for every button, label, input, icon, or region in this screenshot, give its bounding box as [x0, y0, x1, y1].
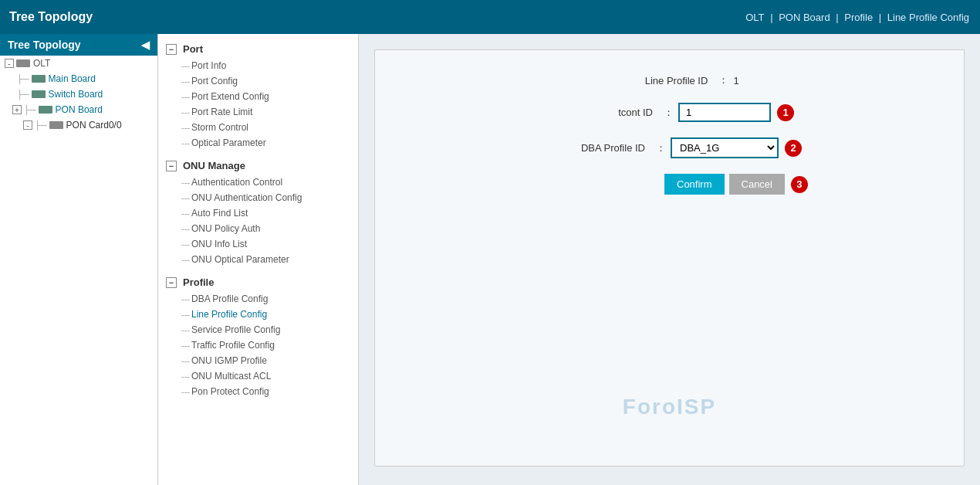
olt-label: OLT	[33, 58, 50, 69]
profile-section-label: Profile	[183, 276, 214, 288]
content-inner: Line Profile ID ： 1 tcont ID ： 1 DBA Pro…	[374, 49, 965, 466]
main-board-icon	[32, 75, 46, 83]
step3-badge: 3	[791, 176, 808, 193]
dba-profile-id-colon: ：	[656, 141, 666, 155]
pon-board-icon	[39, 106, 52, 114]
line-profile-id-row: Line Profile ID ： 1	[406, 73, 933, 87]
nav-sep2: |	[836, 12, 838, 23]
pon-board-expand-icon[interactable]: +	[12, 105, 22, 114]
content-area: Line Profile ID ： 1 tcont ID ： 1 DBA Pro…	[359, 34, 980, 485]
nav-olt[interactable]: OLT	[745, 12, 764, 23]
main-board-label[interactable]: Main Board	[49, 73, 96, 84]
dba-profile-id-label: DBA Profile ID	[537, 142, 645, 154]
form-buttons-row: ： Confirm Cancel 3	[406, 174, 933, 195]
watermark: ForoISP	[623, 395, 716, 419]
port-section-label: Port	[183, 43, 203, 55]
onu-manage-collapse-icon[interactable]: −	[166, 161, 177, 171]
pon-card-label: PON Card0/0	[66, 120, 122, 131]
sidebar-item-pon-board[interactable]: + ├─ PON Board	[0, 102, 157, 117]
nav-onu-info-list[interactable]: ONU Info List	[158, 236, 358, 252]
section-port[interactable]: − Port	[158, 40, 358, 58]
onu-manage-section-label: ONU Manage	[183, 160, 245, 171]
nav-service-profile-config[interactable]: Service Profile Config	[158, 322, 358, 337]
nav-panel: − Port Port Info Port Config Port Extend…	[158, 34, 359, 485]
nav-onu-multicast-acl[interactable]: ONU Multicast ACL	[158, 368, 358, 384]
tcont-id-input[interactable]	[678, 103, 771, 122]
pon-card-icon	[49, 121, 63, 129]
line-profile-id-colon: ：	[718, 73, 728, 87]
tcont-id-row: tcont ID ： 1	[406, 103, 933, 122]
nav-port-rate-limit[interactable]: Port Rate Limit	[158, 104, 358, 120]
sidebar-toggle-icon[interactable]: ◀	[141, 39, 150, 51]
header: Tree Topology OLT | PON Board | Profile …	[0, 0, 980, 34]
port-collapse-icon[interactable]: −	[166, 44, 177, 55]
page-title: Tree Topology	[9, 10, 93, 24]
step1-badge: 1	[777, 104, 794, 121]
tcont-id-label: tcont ID	[545, 107, 653, 118]
nav-port-info[interactable]: Port Info	[158, 58, 358, 73]
sidebar-item-main-board[interactable]: ├─ Main Board	[0, 71, 157, 86]
sidebar-header[interactable]: Tree Topology ◀	[0, 34, 157, 56]
nav-line-profile-config[interactable]: Line Profile Config	[158, 307, 358, 322]
switch-board-label[interactable]: Switch Board	[49, 89, 103, 100]
pon-card-expand-icon[interactable]: -	[23, 120, 32, 130]
step2-badge: 2	[785, 140, 802, 157]
nav-sep3: |	[879, 12, 881, 23]
line-profile-id-label: Line Profile ID	[600, 75, 708, 86]
nav-authentication-control[interactable]: Authentication Control	[158, 175, 358, 190]
nav-pon-protect-config[interactable]: Pon Protect Config	[158, 384, 358, 399]
pon-board-label[interactable]: PON Board	[56, 104, 103, 115]
olt-icon	[16, 59, 30, 67]
nav-sep1: |	[770, 12, 772, 23]
line-profile-id-value: 1	[733, 75, 738, 86]
tcont-id-colon: ：	[664, 106, 674, 120]
nav-auto-find-list[interactable]: Auto Find List	[158, 205, 358, 221]
nav-optical-parameter[interactable]: Optical Parameter	[158, 135, 358, 151]
switch-board-icon	[32, 90, 46, 98]
sidebar: Tree Topology ◀ - OLT ├─ Main Board ├─ S…	[0, 34, 158, 485]
sidebar-item-pon-card[interactable]: - ├─ PON Card0/0	[0, 117, 157, 133]
nav-onu-igmp-profile[interactable]: ONU IGMP Profile	[158, 353, 358, 368]
section-onu-manage[interactable]: − ONU Manage	[158, 157, 358, 175]
main-layout: Tree Topology ◀ - OLT ├─ Main Board ├─ S…	[0, 34, 980, 485]
sidebar-title: Tree Topology	[8, 39, 81, 51]
nav-pon-board[interactable]: PON Board	[779, 12, 830, 23]
nav-onu-optical-parameter[interactable]: ONU Optical Parameter	[158, 252, 358, 267]
sidebar-item-switch-board[interactable]: ├─ Switch Board	[0, 86, 157, 102]
nav-onu-policy-auth[interactable]: ONU Policy Auth	[158, 221, 358, 236]
section-profile[interactable]: − Profile	[158, 273, 358, 291]
profile-collapse-icon[interactable]: −	[166, 277, 177, 288]
nav-port-extend-config[interactable]: Port Extend Config	[158, 89, 358, 104]
nav-onu-auth-config[interactable]: ONU Authentication Config	[158, 190, 358, 205]
nav-line-profile-config[interactable]: Line Profile Config	[887, 12, 969, 23]
confirm-button[interactable]: Confirm	[664, 174, 725, 195]
nav-profile[interactable]: Profile	[844, 12, 873, 23]
nav-traffic-profile-config[interactable]: Traffic Profile Config	[158, 337, 358, 353]
dba-profile-id-select[interactable]: DBA_1G DBA_100M DBA_10M	[671, 137, 779, 158]
nav-port-config[interactable]: Port Config	[158, 73, 358, 89]
dba-profile-id-row: DBA Profile ID ： DBA_1G DBA_100M DBA_10M…	[406, 137, 933, 158]
nav-storm-control[interactable]: Storm Control	[158, 120, 358, 135]
sidebar-item-olt[interactable]: - OLT	[0, 56, 157, 71]
cancel-button[interactable]: Cancel	[729, 174, 785, 195]
nav-dba-profile-config[interactable]: DBA Profile Config	[158, 291, 358, 307]
olt-expand-icon[interactable]: -	[5, 59, 14, 68]
breadcrumb: OLT | PON Board | Profile | Line Profile…	[744, 12, 971, 23]
